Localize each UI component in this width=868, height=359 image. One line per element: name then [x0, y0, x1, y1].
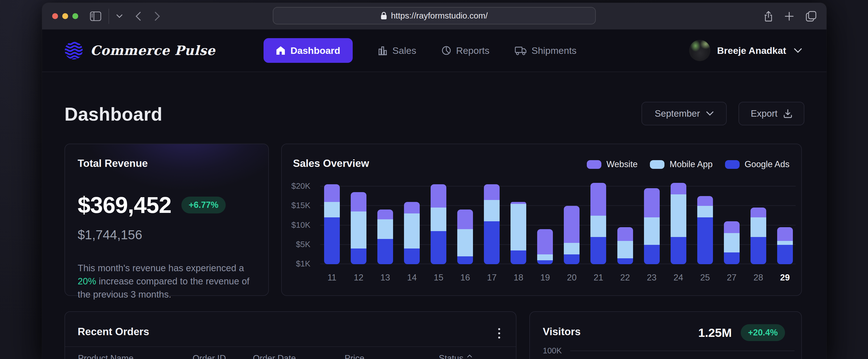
x-axis-label: 11 — [328, 273, 336, 283]
address-bar[interactable]: https://rayformstudio.com/ — [273, 7, 596, 24]
column-header-label: Price — [345, 353, 365, 359]
y-axis-tick: $1K — [296, 259, 310, 268]
tab-sales[interactable]: Sales — [378, 45, 416, 56]
visitors-card: Visitors 1.25M +20.4% 100K — [529, 311, 802, 359]
brand[interactable]: Commerce Pulse — [64, 41, 215, 60]
bar-day-14[interactable]: 14 — [404, 183, 420, 264]
y-axis-tick: $15K — [291, 201, 310, 210]
x-axis-label: 28 — [754, 273, 763, 283]
column-header-product-name[interactable]: Product Name — [78, 353, 133, 359]
bar-segment-google-ads — [351, 248, 366, 264]
bar-day-18[interactable]: 18 — [510, 183, 526, 264]
legend-swatch — [587, 160, 601, 169]
bar-day-19[interactable]: 19 — [537, 183, 553, 264]
forward-button[interactable] — [154, 12, 160, 21]
tab-shipments[interactable]: Shipments — [515, 45, 577, 56]
bar-segment-mobile-app — [617, 241, 633, 259]
bar-day-24[interactable]: 24 — [671, 183, 686, 264]
legend-item: Website — [587, 159, 638, 170]
x-axis-label: 13 — [380, 273, 390, 283]
user-menu[interactable]: Breeje Anadkat — [689, 40, 802, 61]
close-window-button[interactable] — [52, 13, 58, 19]
bar-day-20[interactable]: 20 — [564, 183, 580, 264]
bar-segment-google-ads — [724, 252, 740, 264]
column-header-order-id[interactable]: Order ID — [193, 353, 226, 359]
bar-day-11[interactable]: 11 — [324, 183, 340, 264]
bar-day-28[interactable]: 28 — [750, 183, 766, 264]
visitors-change-badge: +20.4% — [741, 324, 785, 341]
export-button-label: Export — [751, 108, 777, 119]
x-axis-label: 23 — [647, 273, 656, 283]
bar-segment-google-ads — [617, 258, 633, 264]
bar-segment-mobile-app — [750, 217, 766, 237]
x-axis-label: 19 — [540, 273, 550, 283]
bar-segment-mobile-app — [697, 206, 713, 218]
back-button[interactable] — [135, 12, 141, 21]
chart-y-axis: $1K$5K$10K$15K$20K — [282, 183, 310, 264]
bar-segment-google-ads — [671, 237, 686, 264]
revenue-change-badge: +6.77% — [181, 197, 226, 213]
bar-segment-google-ads — [590, 237, 606, 264]
export-button[interactable]: Export — [739, 102, 804, 125]
tab-label: Shipments — [532, 45, 577, 56]
tab-overview-icon[interactable] — [806, 11, 816, 22]
bar-segment-website — [537, 229, 553, 255]
bar-day-17[interactable]: 17 — [484, 183, 500, 264]
zoom-window-button[interactable] — [72, 13, 78, 19]
minimize-window-button[interactable] — [62, 13, 68, 19]
bar-segment-mobile-app — [404, 213, 420, 248]
total-revenue-title: Total Revenue — [78, 158, 148, 170]
visitors-axis-label: 100K — [543, 346, 562, 355]
month-selector-button[interactable]: September — [642, 102, 727, 125]
bar-day-23[interactable]: 23 — [644, 183, 660, 264]
chevron-down-icon[interactable] — [116, 14, 123, 18]
new-tab-icon[interactable] — [784, 11, 794, 21]
bar-segment-website — [484, 184, 500, 200]
card-divider — [65, 347, 516, 347]
bar-day-25[interactable]: 25 — [697, 183, 713, 264]
sidebar-toggle-icon[interactable] — [90, 11, 101, 21]
bar-day-21[interactable]: 21 — [590, 183, 606, 264]
legend-swatch — [725, 160, 740, 169]
bar-segment-google-ads — [457, 256, 473, 264]
column-header-order-date[interactable]: Order Date — [253, 353, 296, 359]
tab-label: Reports — [456, 45, 490, 56]
bar-day-27[interactable]: 27 — [724, 183, 740, 264]
bar-day-29[interactable]: 29 — [777, 183, 793, 264]
bar-day-12[interactable]: 12 — [351, 183, 366, 264]
truck-icon — [515, 46, 527, 55]
bar-day-15[interactable]: 15 — [431, 183, 446, 264]
visitors-title: Visitors — [543, 326, 581, 338]
bar-day-22[interactable]: 22 — [617, 183, 633, 264]
bar-segment-google-ads — [484, 221, 500, 264]
bar-segment-mobile-app — [457, 229, 473, 256]
bar-segment-mobile-app — [484, 200, 500, 221]
bar-segment-mobile-app — [671, 195, 686, 237]
column-header-status[interactable]: Status — [439, 353, 472, 359]
revenue-highlight-percent: 20% — [78, 276, 96, 287]
bar-segment-google-ads — [377, 239, 393, 264]
total-revenue-card: Total Revenue $369,452 +6.77% $1,744,156… — [64, 144, 269, 296]
orders-table-header: Product NameOrder IDOrder DatePriceStatu… — [65, 353, 516, 359]
bar-day-13[interactable]: 13 — [377, 183, 393, 264]
sort-icon[interactable] — [467, 354, 472, 359]
x-axis-label: 25 — [700, 273, 710, 283]
tab-reports[interactable]: Reports — [441, 45, 490, 56]
recent-orders-title: Recent Orders — [78, 326, 149, 338]
bar-segment-website — [671, 183, 686, 195]
column-header-label: Order Date — [253, 353, 296, 359]
bar-segment-website — [510, 202, 526, 204]
page-title: Dashboard — [64, 103, 162, 125]
column-header-label: Product Name — [78, 353, 133, 359]
home-icon — [276, 46, 285, 55]
bar-day-16[interactable]: 16 — [457, 183, 473, 264]
tab-dashboard[interactable]: Dashboard — [264, 38, 353, 63]
titlebar-divider — [108, 9, 109, 24]
column-header-price[interactable]: Price — [345, 353, 365, 359]
bar-segment-website — [457, 210, 473, 229]
sales-chart-plot: 111213141516171819202122232425272829 — [320, 183, 796, 264]
share-icon[interactable] — [764, 11, 773, 22]
bar-chart-icon — [378, 46, 388, 55]
kebab-menu-icon[interactable] — [497, 326, 502, 340]
nav-tabs: DashboardSalesReportsShipments — [264, 38, 577, 63]
